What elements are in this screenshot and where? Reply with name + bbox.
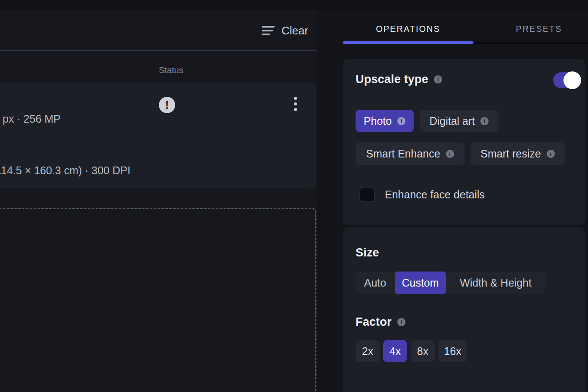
info-icon[interactable]: i bbox=[446, 150, 454, 158]
size-option-auto[interactable]: Auto bbox=[356, 272, 395, 294]
upscale-type-card: Upscale type i Photo i Digital art i Sma… bbox=[343, 59, 585, 225]
smart-enhance-button[interactable]: Smart Enhance i bbox=[356, 142, 464, 165]
factor-title: Factor bbox=[356, 315, 392, 329]
digital-art-label: Digital art bbox=[430, 115, 475, 127]
app-window: Clear Status px · 256 MP ! 114.5 × 160.3… bbox=[0, 0, 588, 392]
file-dropzone[interactable] bbox=[0, 208, 316, 392]
tab-operations[interactable]: OPERATIONS bbox=[343, 16, 473, 41]
info-icon[interactable]: i bbox=[397, 318, 405, 326]
size-title: Size bbox=[356, 246, 379, 259]
factor-4x-button[interactable]: 4x bbox=[383, 340, 407, 362]
photo-button[interactable]: Photo i bbox=[356, 110, 414, 132]
smart-resize-button[interactable]: Smart resize i bbox=[470, 142, 565, 165]
upscale-type-title: Upscale type bbox=[356, 73, 428, 86]
filter-lines-icon bbox=[262, 26, 275, 35]
file-dimensions-text: px · 256 MP bbox=[3, 113, 61, 125]
tab-presets[interactable]: PRESETS bbox=[473, 16, 588, 41]
upscale-type-toggle[interactable] bbox=[553, 72, 580, 88]
size-option-width-height[interactable]: Width & Height bbox=[446, 272, 545, 294]
factor-8x-button[interactable]: 8x bbox=[411, 340, 435, 362]
smart-resize-label: Smart resize bbox=[480, 148, 541, 160]
smart-enhance-label: Smart Enhance bbox=[366, 148, 440, 160]
factor-2x-button[interactable]: 2x bbox=[356, 340, 380, 362]
active-tab-indicator bbox=[343, 41, 473, 44]
clear-label: Clear bbox=[282, 24, 308, 37]
photo-label: Photo bbox=[364, 115, 392, 127]
alert-status-icon: ! bbox=[159, 97, 175, 113]
enhance-face-checkbox[interactable] bbox=[359, 187, 375, 202]
clear-button[interactable]: Clear bbox=[262, 22, 308, 40]
toggle-knob bbox=[563, 71, 581, 89]
header-divider bbox=[0, 50, 317, 51]
size-factor-card: Size Auto Custom Width & Height Factor i… bbox=[343, 227, 585, 392]
file-print-size-text: 114.5 × 160.3 cm) · 300 DPI bbox=[0, 164, 130, 177]
enhance-face-label: Enhance face details bbox=[385, 187, 485, 202]
window-top-strip bbox=[0, 0, 588, 10]
info-icon[interactable]: i bbox=[397, 117, 405, 125]
digital-art-button[interactable]: Digital art i bbox=[420, 110, 498, 132]
info-icon[interactable]: i bbox=[480, 117, 489, 125]
status-column-header: Status bbox=[159, 65, 183, 75]
factor-16x-button[interactable]: 16x bbox=[438, 340, 467, 362]
size-segmented-control: Auto Custom Width & Height bbox=[356, 272, 545, 294]
info-icon[interactable]: i bbox=[547, 150, 555, 158]
size-option-custom[interactable]: Custom bbox=[395, 272, 446, 294]
kebab-menu-icon[interactable] bbox=[291, 97, 300, 111]
info-icon[interactable]: i bbox=[434, 75, 442, 83]
file-row[interactable]: px · 256 MP ! 114.5 × 160.3 cm) · 300 DP… bbox=[0, 83, 316, 188]
